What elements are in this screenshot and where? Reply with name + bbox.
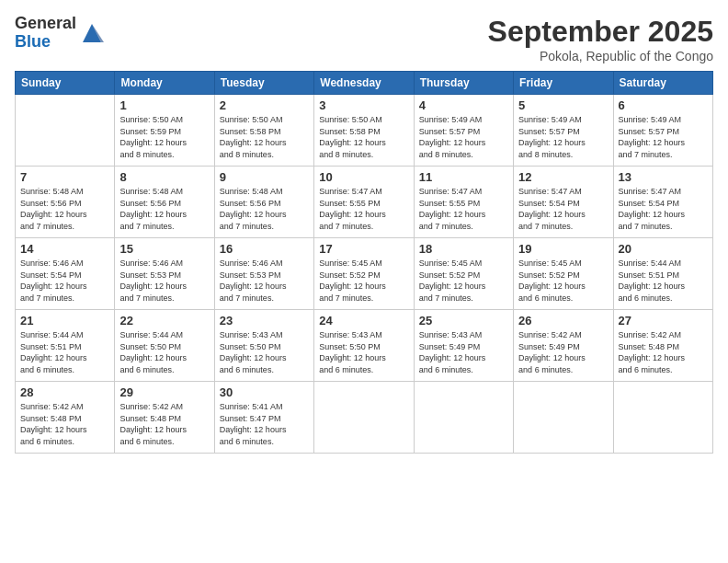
calendar-cell: 5Sunrise: 5:49 AM Sunset: 5:57 PM Daylig… (514, 95, 613, 167)
day-number: 29 (119, 385, 209, 399)
day-info: Sunrise: 5:45 AM Sunset: 5:52 PM Dayligh… (518, 258, 608, 304)
day-number: 16 (220, 242, 309, 256)
calendar-cell: 14Sunrise: 5:46 AM Sunset: 5:54 PM Dayli… (16, 238, 115, 310)
calendar-cell: 17Sunrise: 5:45 AM Sunset: 5:52 PM Dayli… (314, 238, 414, 310)
calendar-cell: 19Sunrise: 5:45 AM Sunset: 5:52 PM Dayli… (514, 238, 613, 310)
calendar-cell: 16Sunrise: 5:46 AM Sunset: 5:53 PM Dayli… (214, 238, 313, 310)
day-info: Sunrise: 5:44 AM Sunset: 5:51 PM Dayligh… (619, 258, 708, 304)
calendar-cell: 4Sunrise: 5:49 AM Sunset: 5:57 PM Daylig… (414, 95, 513, 167)
day-number: 12 (518, 170, 608, 184)
col-friday: Friday (514, 72, 613, 95)
calendar-cell: 23Sunrise: 5:43 AM Sunset: 5:50 PM Dayli… (214, 310, 313, 382)
day-number: 21 (20, 314, 109, 327)
day-number: 11 (419, 170, 508, 184)
day-number: 27 (619, 314, 708, 327)
logo-blue-text: Blue (15, 33, 76, 52)
day-number: 30 (220, 385, 309, 399)
day-number: 24 (319, 314, 408, 327)
calendar-cell: 7Sunrise: 5:48 AM Sunset: 5:56 PM Daylig… (16, 167, 115, 238)
page: General Blue September 2025 Pokola, Repu… (0, 0, 728, 563)
day-info: Sunrise: 5:46 AM Sunset: 5:54 PM Dayligh… (20, 258, 109, 304)
calendar-cell: 1Sunrise: 5:50 AM Sunset: 5:59 PM Daylig… (115, 95, 214, 167)
calendar-cell (613, 382, 712, 454)
calendar-cell: 9Sunrise: 5:48 AM Sunset: 5:56 PM Daylig… (214, 167, 313, 238)
calendar-cell: 18Sunrise: 5:45 AM Sunset: 5:52 PM Dayli… (414, 238, 513, 310)
day-number: 4 (419, 98, 508, 112)
logo-general-text: General (15, 15, 76, 33)
calendar-cell: 22Sunrise: 5:44 AM Sunset: 5:50 PM Dayli… (115, 310, 214, 382)
day-info: Sunrise: 5:48 AM Sunset: 5:56 PM Dayligh… (220, 186, 309, 232)
calendar-cell: 2Sunrise: 5:50 AM Sunset: 5:58 PM Daylig… (214, 95, 313, 167)
day-info: Sunrise: 5:49 AM Sunset: 5:57 PM Dayligh… (619, 114, 708, 160)
day-info: Sunrise: 5:47 AM Sunset: 5:54 PM Dayligh… (619, 186, 708, 232)
day-number: 13 (619, 170, 708, 184)
day-number: 5 (518, 98, 608, 112)
calendar-cell: 27Sunrise: 5:42 AM Sunset: 5:48 PM Dayli… (613, 310, 712, 382)
week-row-4: 21Sunrise: 5:44 AM Sunset: 5:51 PM Dayli… (16, 310, 713, 382)
day-info: Sunrise: 5:48 AM Sunset: 5:56 PM Dayligh… (20, 186, 109, 232)
logo: General Blue (15, 15, 106, 52)
day-info: Sunrise: 5:44 AM Sunset: 5:51 PM Dayligh… (20, 329, 109, 375)
day-number: 1 (119, 98, 209, 112)
day-number: 10 (319, 170, 408, 184)
calendar-cell (414, 382, 513, 454)
col-tuesday: Tuesday (214, 72, 313, 95)
day-info: Sunrise: 5:46 AM Sunset: 5:53 PM Dayligh… (220, 258, 309, 304)
calendar-cell (16, 95, 115, 167)
col-thursday: Thursday (414, 72, 513, 95)
week-row-1: 1Sunrise: 5:50 AM Sunset: 5:59 PM Daylig… (16, 95, 713, 167)
header: General Blue September 2025 Pokola, Repu… (15, 15, 713, 63)
calendar-cell: 15Sunrise: 5:46 AM Sunset: 5:53 PM Dayli… (115, 238, 214, 310)
day-number: 28 (20, 385, 109, 399)
day-info: Sunrise: 5:42 AM Sunset: 5:48 PM Dayligh… (20, 401, 109, 447)
day-number: 2 (220, 98, 309, 112)
calendar-cell: 11Sunrise: 5:47 AM Sunset: 5:55 PM Dayli… (414, 167, 513, 238)
calendar-header-row: Sunday Monday Tuesday Wednesday Thursday… (16, 72, 713, 95)
week-row-2: 7Sunrise: 5:48 AM Sunset: 5:56 PM Daylig… (16, 167, 713, 238)
day-number: 22 (119, 314, 209, 327)
day-number: 9 (220, 170, 309, 184)
col-wednesday: Wednesday (314, 72, 414, 95)
month-title: September 2025 (488, 15, 713, 49)
day-info: Sunrise: 5:50 AM Sunset: 5:59 PM Dayligh… (119, 114, 209, 160)
day-info: Sunrise: 5:42 AM Sunset: 5:49 PM Dayligh… (518, 329, 608, 375)
calendar-cell: 10Sunrise: 5:47 AM Sunset: 5:55 PM Dayli… (314, 167, 414, 238)
day-info: Sunrise: 5:42 AM Sunset: 5:48 PM Dayligh… (119, 401, 209, 447)
day-number: 14 (20, 242, 109, 256)
day-info: Sunrise: 5:43 AM Sunset: 5:49 PM Dayligh… (419, 329, 508, 375)
day-number: 3 (319, 98, 408, 112)
logo-icon (78, 19, 106, 47)
day-info: Sunrise: 5:47 AM Sunset: 5:54 PM Dayligh… (518, 186, 608, 232)
calendar-cell: 20Sunrise: 5:44 AM Sunset: 5:51 PM Dayli… (613, 238, 712, 310)
calendar-cell: 13Sunrise: 5:47 AM Sunset: 5:54 PM Dayli… (613, 167, 712, 238)
calendar-cell: 30Sunrise: 5:41 AM Sunset: 5:47 PM Dayli… (214, 382, 313, 454)
col-sunday: Sunday (16, 72, 115, 95)
day-info: Sunrise: 5:43 AM Sunset: 5:50 PM Dayligh… (220, 329, 309, 375)
day-info: Sunrise: 5:49 AM Sunset: 5:57 PM Dayligh… (518, 114, 608, 160)
day-info: Sunrise: 5:50 AM Sunset: 5:58 PM Dayligh… (220, 114, 309, 160)
calendar-table: Sunday Monday Tuesday Wednesday Thursday… (15, 71, 713, 454)
day-number: 6 (619, 98, 708, 112)
day-info: Sunrise: 5:46 AM Sunset: 5:53 PM Dayligh… (119, 258, 209, 304)
day-info: Sunrise: 5:43 AM Sunset: 5:50 PM Dayligh… (319, 329, 408, 375)
day-info: Sunrise: 5:42 AM Sunset: 5:48 PM Dayligh… (619, 329, 708, 375)
location: Pokola, Republic of the Congo (488, 49, 713, 63)
day-number: 7 (20, 170, 109, 184)
day-number: 23 (220, 314, 309, 327)
title-section: September 2025 Pokola, Republic of the C… (488, 15, 713, 63)
week-row-3: 14Sunrise: 5:46 AM Sunset: 5:54 PM Dayli… (16, 238, 713, 310)
day-info: Sunrise: 5:47 AM Sunset: 5:55 PM Dayligh… (419, 186, 508, 232)
day-number: 18 (419, 242, 508, 256)
calendar-cell: 12Sunrise: 5:47 AM Sunset: 5:54 PM Dayli… (514, 167, 613, 238)
day-number: 26 (518, 314, 608, 327)
day-info: Sunrise: 5:50 AM Sunset: 5:58 PM Dayligh… (319, 114, 408, 160)
day-info: Sunrise: 5:44 AM Sunset: 5:50 PM Dayligh… (119, 329, 209, 375)
day-number: 17 (319, 242, 408, 256)
day-number: 8 (119, 170, 209, 184)
calendar-cell (514, 382, 613, 454)
calendar-cell: 6Sunrise: 5:49 AM Sunset: 5:57 PM Daylig… (613, 95, 712, 167)
calendar-cell (314, 382, 414, 454)
svg-marker-0 (83, 24, 101, 42)
calendar-cell: 29Sunrise: 5:42 AM Sunset: 5:48 PM Dayli… (115, 382, 214, 454)
calendar-cell: 25Sunrise: 5:43 AM Sunset: 5:49 PM Dayli… (414, 310, 513, 382)
